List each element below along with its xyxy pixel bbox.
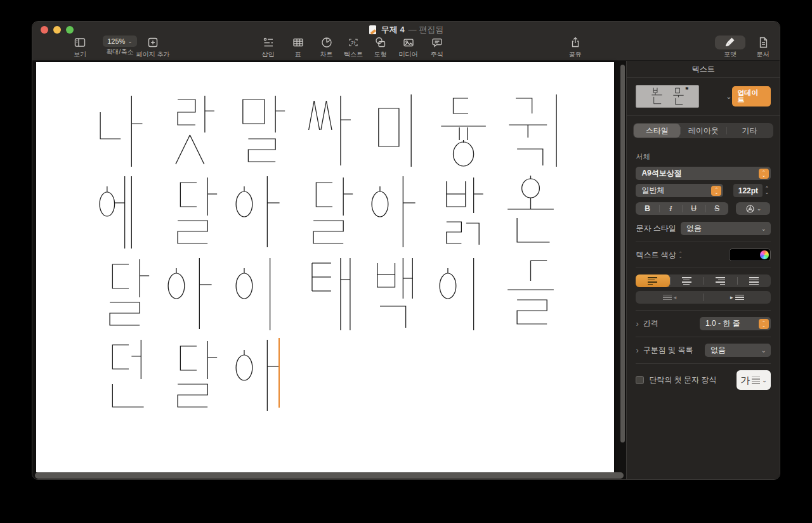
media-button[interactable]: 미디어 <box>394 36 422 59</box>
document-page[interactable] <box>36 62 614 472</box>
chevron-down-icon: ⌄ <box>762 377 767 384</box>
chevron-down-icon: ⌄ <box>761 225 766 232</box>
view-button[interactable]: 보기 <box>67 36 93 59</box>
strikethrough-button[interactable]: S <box>705 202 729 215</box>
insert-button[interactable]: 삽입 <box>254 36 282 59</box>
spacing-select[interactable]: 1.0 - 한 줄 ⌃⌄ <box>700 317 771 330</box>
align-left-button[interactable] <box>636 274 669 287</box>
text-lines-icon <box>752 377 760 384</box>
text-format-buttons: B I U S <box>636 202 728 215</box>
bullets-value: 없음 <box>710 345 761 356</box>
drop-cap-style-button[interactable]: 가 ⌄ <box>737 370 771 390</box>
vertical-scrollbar[interactable] <box>620 65 625 442</box>
text-color-label: 텍스트 색상 <box>636 250 676 261</box>
panel-title: 텍스트 <box>627 61 780 78</box>
window-chrome: 무제 4 — 편집됨 보기 125% ⌄ 확대/축소 <box>32 22 780 61</box>
stepper-icon: ⌃⌄ <box>759 319 769 329</box>
char-style-label: 문자 스타일 <box>636 223 676 234</box>
main-content: 텍스트 * ⌄ 업데이트 스타일 레이아웃 기타 서체 A9석보상절 ⌃⌄ <box>32 61 780 480</box>
document-text-line[interactable] <box>89 91 565 172</box>
char-style-value: 없음 <box>686 223 761 234</box>
table-icon <box>292 36 304 49</box>
stepper-icon: ⌃⌄ <box>711 186 721 196</box>
share-button[interactable]: 공유 <box>561 36 589 59</box>
document-text-line[interactable] <box>89 254 565 336</box>
comment-button[interactable]: 주석 <box>422 36 451 59</box>
tab-more[interactable]: 기타 <box>726 124 773 138</box>
shapes-icon <box>374 36 387 49</box>
align-center-button[interactable] <box>670 274 704 287</box>
chevron-down-icon: ⌄ <box>761 347 766 354</box>
alignment-buttons <box>636 274 771 287</box>
color-wheel-icon[interactable] <box>760 250 769 259</box>
text-color-well[interactable] <box>729 249 771 261</box>
insert-icon <box>262 36 275 49</box>
chevron-down-icon[interactable]: ⌄ <box>726 93 731 101</box>
drop-cap-checkbox[interactable] <box>636 376 644 384</box>
window-title: 무제 4 <box>381 24 405 36</box>
decrease-indent-button[interactable]: ◂ <box>636 291 703 304</box>
disclosure-chevron-icon[interactable]: › <box>636 319 638 328</box>
font-size-field[interactable]: 122pt <box>733 184 763 197</box>
updown-icon: ⌃⌄ <box>679 252 683 258</box>
disclosure-chevron-icon[interactable]: › <box>636 345 638 355</box>
align-right-button[interactable] <box>704 274 737 287</box>
zoom-value: 125% <box>107 37 125 45</box>
font-weight-value: 일반체 <box>641 185 711 196</box>
add-page-icon <box>147 36 159 49</box>
bullets-label: 구분점 및 목록 <box>643 345 693 356</box>
chart-button[interactable]: 차트 <box>312 36 341 59</box>
paragraph-style-preview[interactable]: * <box>636 85 699 108</box>
text-insertion-cursor <box>278 338 280 408</box>
shape-button[interactable]: 도형 <box>366 36 395 59</box>
font-size-value: 122pt <box>738 186 758 195</box>
document-text-line[interactable] <box>89 336 293 418</box>
align-justify-button[interactable] <box>737 274 771 287</box>
font-family-value: A9석보상절 <box>641 168 759 179</box>
format-button[interactable]: 포맷 <box>714 36 747 59</box>
italic-button[interactable]: I <box>659 202 683 215</box>
divider <box>627 115 780 116</box>
edited-status: — 편집됨 <box>409 24 444 36</box>
media-icon <box>402 36 415 49</box>
drop-cap-label: 단락의 첫 문자 장식 <box>649 375 716 385</box>
text-box-icon: 가 <box>347 36 360 49</box>
font-weight-select[interactable]: 일반체 ⌃⌄ <box>636 184 723 197</box>
spacing-label: 간격 <box>643 318 658 329</box>
tab-layout[interactable]: 레이아웃 <box>680 124 726 138</box>
document-canvas <box>32 61 626 480</box>
pages-window: 무제 4 — 편집됨 보기 125% ⌄ 확대/축소 <box>32 21 780 480</box>
document-text-line[interactable] <box>89 172 565 254</box>
svg-text:가: 가 <box>351 40 356 46</box>
window-title-group: 무제 4 — 편집됨 <box>32 24 780 36</box>
document-icon <box>757 36 769 49</box>
sidebar-icon <box>74 36 86 49</box>
font-family-select[interactable]: A9석보상절 ⌃⌄ <box>636 167 771 180</box>
bold-button[interactable]: B <box>636 202 659 215</box>
indent-buttons: ◂ ▸ <box>636 291 771 304</box>
text-button[interactable]: 가 텍스트 <box>337 36 369 59</box>
bullets-select[interactable]: 없음 ⌄ <box>705 344 771 357</box>
advanced-text-options-button[interactable]: ⌄ <box>736 202 770 215</box>
update-style-button[interactable]: 업데이트 <box>732 86 771 107</box>
stepper-icon: ⌃⌄ <box>759 169 769 179</box>
pie-chart-icon <box>320 36 333 49</box>
paintbrush-icon <box>715 36 745 49</box>
horizontal-scrollbar[interactable] <box>35 472 624 479</box>
font-section-label: 서체 <box>636 152 771 162</box>
add-page-button[interactable]: 페이지 추가 <box>131 36 175 59</box>
spacing-value: 1.0 - 한 줄 <box>705 318 759 329</box>
table-button[interactable]: 표 <box>284 36 312 59</box>
font-size-stepper[interactable]: ⌃⌄ <box>764 187 769 195</box>
char-style-select[interactable]: 없음 ⌄ <box>681 222 771 235</box>
paragraph-style-row: * ⌄ 업데이트 <box>627 85 780 108</box>
share-icon <box>569 36 582 49</box>
increase-indent-button[interactable]: ▸ <box>704 291 771 304</box>
toolbar: 보기 125% ⌄ 확대/축소 페이지 추가 <box>32 36 780 61</box>
panel-tabs: 스타일 레이아웃 기타 <box>633 123 773 138</box>
tab-style[interactable]: 스타일 <box>634 124 680 138</box>
document-proxy-icon[interactable] <box>369 25 377 35</box>
gear-icon: ⌄ <box>736 202 770 215</box>
document-settings-button[interactable]: 문서 <box>749 36 777 59</box>
underline-button[interactable]: U <box>682 202 705 215</box>
